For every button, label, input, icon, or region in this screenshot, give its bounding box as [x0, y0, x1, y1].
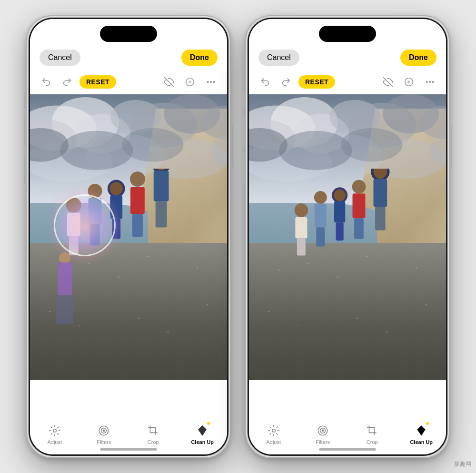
adjust-tab-right[interactable]: Adjust: [259, 424, 288, 445]
svg-rect-70: [336, 222, 343, 241]
toolbar-left: RESET: [30, 71, 227, 94]
svg-point-60: [341, 128, 403, 161]
ghost-person-left: [46, 252, 84, 329]
svg-point-4: [213, 81, 215, 82]
svg-point-44: [429, 81, 431, 82]
watermark: 插趣网: [454, 460, 471, 468]
filters-label-right: Filters: [316, 439, 330, 445]
undo-button-right[interactable]: [257, 73, 274, 91]
cleanup-tab-left[interactable]: Clean Up: [188, 424, 217, 445]
volume-up-button-right[interactable]: [243, 115, 245, 146]
hide-icon-left[interactable]: [160, 73, 178, 91]
svg-point-37: [53, 429, 57, 432]
family-svg-right: [288, 169, 416, 346]
svg-point-61: [294, 203, 308, 217]
filters-tab-left[interactable]: Filters: [89, 424, 118, 445]
adjust-tab-left[interactable]: Adjust: [40, 424, 69, 445]
svg-point-30: [130, 171, 145, 187]
adjust-icon-left: [48, 424, 61, 437]
svg-point-81: [322, 430, 324, 431]
svg-point-43: [426, 81, 427, 82]
filters-icon-right: [316, 424, 329, 437]
photo-area-right[interactable]: [249, 94, 446, 380]
text-icon-right[interactable]: [400, 73, 417, 91]
active-dot-right: [426, 422, 429, 425]
svg-rect-69: [334, 201, 345, 222]
scene-left: [30, 94, 227, 380]
svg-rect-72: [352, 193, 365, 218]
adjust-label-left: Adjust: [47, 439, 62, 445]
svg-point-18: [60, 131, 133, 170]
erase-circle-left: [54, 194, 116, 256]
adjust-icon-right: [267, 424, 280, 437]
toolbar-right: RESET: [249, 71, 446, 94]
svg-rect-77: [375, 207, 386, 230]
reset-button-right[interactable]: RESET: [298, 75, 335, 89]
cleanup-icon-right: [415, 424, 428, 437]
svg-rect-62: [295, 217, 307, 238]
reset-button-left[interactable]: RESET: [79, 75, 116, 89]
svg-rect-76: [373, 179, 387, 206]
redo-button-right[interactable]: [278, 73, 295, 91]
svg-point-71: [352, 180, 366, 193]
svg-point-78: [272, 429, 276, 432]
volume-down-button[interactable]: [24, 153, 26, 184]
cancel-button-right[interactable]: Cancel: [258, 50, 299, 66]
crop-label-left: Crop: [148, 439, 159, 445]
volume-down-button-right[interactable]: [243, 153, 245, 184]
crop-tab-right[interactable]: Crop: [358, 424, 387, 445]
svg-point-19: [122, 128, 184, 161]
svg-point-2: [207, 81, 208, 82]
more-icon-right[interactable]: [421, 73, 438, 91]
dynamic-island-right: [319, 26, 376, 42]
phone-screen-right: Cancel Done RESET: [249, 19, 446, 454]
crop-icon-left: [147, 424, 160, 437]
cleanup-label-left: Clean Up: [191, 439, 214, 445]
silent-switch[interactable]: [24, 91, 26, 109]
phone-left: Cancel Done RESET: [26, 15, 231, 458]
active-dot-left: [207, 422, 210, 425]
svg-rect-32: [132, 214, 143, 237]
svg-rect-36: [156, 201, 167, 227]
more-icon-left[interactable]: [202, 73, 219, 91]
cancel-button-left[interactable]: Cancel: [40, 50, 80, 66]
done-button-right[interactable]: Done: [400, 50, 436, 66]
cleanup-icon-left: [196, 424, 209, 437]
svg-rect-63: [297, 238, 306, 255]
volume-up-button[interactable]: [24, 115, 26, 146]
svg-rect-31: [130, 186, 145, 214]
photo-area-left[interactable]: [30, 94, 227, 380]
white-pad-left: [30, 380, 227, 418]
svg-rect-73: [354, 218, 364, 239]
phone-screen-left: Cancel Done RESET: [30, 19, 227, 454]
crop-label-right: Crop: [367, 439, 378, 445]
filters-icon-left: [97, 424, 110, 437]
dynamic-island-left: [100, 26, 157, 42]
silent-switch-right[interactable]: [243, 91, 245, 109]
undo-button-left[interactable]: [38, 73, 55, 91]
white-pad-right: [249, 380, 446, 418]
power-button-right[interactable]: [450, 125, 452, 168]
filters-tab-right[interactable]: Filters: [308, 424, 337, 445]
svg-point-40: [103, 430, 105, 431]
crop-tab-left[interactable]: Crop: [139, 424, 168, 445]
svg-rect-66: [316, 227, 325, 246]
svg-point-45: [432, 81, 434, 82]
svg-point-64: [314, 191, 327, 203]
crop-icon-right: [366, 424, 379, 437]
svg-rect-65: [315, 203, 327, 227]
svg-point-3: [210, 81, 212, 82]
cleanup-tab-right[interactable]: Clean Up: [407, 424, 436, 445]
done-button-left[interactable]: Done: [181, 50, 218, 66]
cleanup-label-right: Clean Up: [410, 439, 433, 445]
filters-label-left: Filters: [97, 439, 111, 445]
power-button[interactable]: [231, 125, 233, 168]
redo-button-left[interactable]: [59, 73, 76, 91]
hide-icon-right[interactable]: [379, 73, 397, 91]
svg-point-59: [279, 131, 352, 170]
text-icon-left[interactable]: [181, 73, 198, 91]
phone-right: Cancel Done RESET: [245, 15, 450, 458]
scene-right: [249, 94, 446, 380]
home-indicator-right: [319, 448, 376, 451]
adjust-label-right: Adjust: [266, 439, 281, 445]
